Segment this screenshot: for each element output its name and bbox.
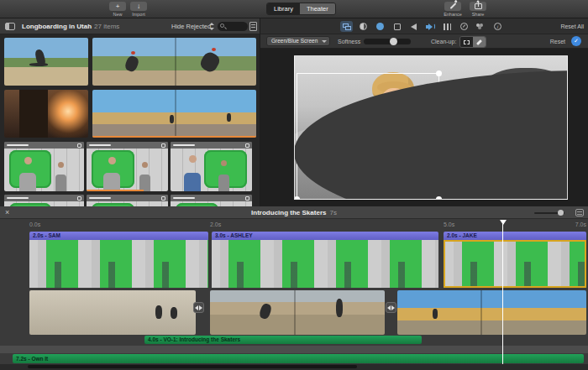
overlay-clip-filmstrip-jake-selected[interactable]	[444, 240, 586, 288]
marquee-icon[interactable]	[460, 37, 473, 47]
eraser-icon[interactable]	[473, 37, 486, 47]
selection-handle[interactable]	[436, 196, 442, 200]
new-button[interactable]: + New	[108, 2, 128, 17]
timeline-title: Introducing the Skaters7s	[0, 209, 588, 216]
softness-slider[interactable]	[364, 39, 411, 44]
search-field[interactable]	[218, 22, 248, 31]
softness-label: Softness	[338, 39, 360, 44]
clip-thumbnail[interactable]	[4, 38, 88, 86]
sidebar-toggle-icon[interactable]	[5, 23, 15, 30]
tab-theater[interactable]: Theater	[300, 3, 335, 14]
voiceover-clip[interactable]: 4.0s - VO-1: Introducing the Skaters	[144, 336, 422, 344]
primary-clip[interactable]	[29, 290, 196, 335]
clip-settings-icon[interactable]	[249, 22, 257, 31]
enhance-label: Enhance	[443, 12, 463, 17]
green-screen-thumbnail[interactable]	[4, 142, 84, 191]
green-screen-thumbnail[interactable]	[171, 195, 252, 206]
playhead-marker[interactable]	[500, 220, 507, 225]
keyword-badge-icon	[77, 143, 81, 148]
browser-header: Longboarding in Utah27 items Hide Reject…	[0, 18, 260, 34]
chroma-selection-rect[interactable]	[297, 73, 439, 200]
ruler-tick: 5.0s	[444, 221, 454, 227]
imovie-window: + New ↓ Import Library Theater Enhance S…	[0, 0, 588, 370]
video-frame[interactable]: JAKE	[294, 55, 568, 200]
primary-clip[interactable]	[397, 290, 586, 335]
overlay-glyph	[345, 26, 351, 30]
thumbnail-label	[4, 142, 84, 149]
import-arrow-icon: ↓	[130, 2, 147, 11]
primary-clip[interactable]	[210, 290, 385, 335]
timeline-zoom-knob[interactable]	[558, 210, 564, 216]
crop-glyph	[394, 23, 401, 30]
adjustments-bar: Reset All	[260, 18, 588, 34]
color-glyph	[376, 23, 384, 30]
noise-reduction-icon[interactable]	[441, 21, 454, 32]
share-label: Share	[468, 12, 488, 17]
search-icon	[220, 23, 224, 28]
clip-filter-icon[interactable]	[475, 21, 487, 32]
import-button[interactable]: ↓ Import	[129, 2, 149, 17]
dots-glyph	[476, 23, 480, 27]
gauge-glyph	[460, 23, 468, 30]
ruler-tick: 2.0s	[210, 221, 221, 227]
bars-glyph	[444, 23, 451, 30]
import-label: Import	[129, 12, 149, 17]
reset-checkbox[interactable]	[571, 36, 581, 46]
selection-handle[interactable]	[294, 70, 568, 200]
softness-knob[interactable]	[390, 38, 397, 45]
info-glyph	[494, 23, 501, 30]
share-icon	[470, 2, 486, 11]
overlay-clip-filmstrip-sam[interactable]	[29, 240, 208, 288]
clip-thumbnail[interactable]	[4, 90, 88, 138]
clip-thumbnail[interactable]	[92, 38, 256, 86]
green-screen-thumbnail[interactable]	[4, 195, 84, 206]
music-well-separator	[0, 346, 588, 353]
cleanup-label: Clean-up:	[431, 39, 456, 44]
volume-icon[interactable]	[424, 21, 437, 32]
timeline-scrollbar[interactable]	[28, 365, 357, 368]
color-balance-icon[interactable]	[357, 21, 370, 32]
timeline: × Introducing the Skaters7s 0.0s 2.0s 5.…	[0, 206, 588, 370]
viewer: JAKE	[260, 49, 588, 206]
view-switcher: Library Theater	[266, 3, 336, 15]
tab-library[interactable]: Library	[267, 3, 300, 14]
selection-handle[interactable]	[294, 196, 300, 200]
plus-icon: +	[109, 2, 126, 11]
overlay-clip-filmstrip-ashley[interactable]	[212, 240, 438, 288]
overlay-clip-label-jake[interactable]: 2.0s - JAKE	[444, 232, 586, 240]
reset-all-button[interactable]: Reset All	[560, 23, 584, 29]
crop-icon[interactable]	[391, 21, 403, 32]
video-overlay-settings-icon[interactable]	[340, 21, 353, 32]
filter-popup[interactable]: Hide Rejected	[171, 23, 211, 30]
trim-handles-icon[interactable]	[386, 302, 396, 313]
green-screen-thumbnail[interactable]	[87, 142, 168, 191]
stabilization-icon[interactable]	[407, 21, 420, 32]
chroma-mode-dropdown[interactable]: Green/Blue Screen	[266, 36, 330, 46]
speaker-glyph	[426, 23, 435, 30]
playhead-line[interactable]	[502, 223, 503, 364]
favorite-marker	[92, 136, 256, 138]
ruler-tick: 7.0s	[575, 221, 586, 227]
search-input[interactable]	[226, 22, 246, 31]
new-label: New	[108, 12, 128, 17]
share-button[interactable]: Share	[468, 2, 488, 17]
green-screen-thumbnail[interactable]	[171, 142, 252, 191]
clip-thumbnail[interactable]	[92, 90, 256, 138]
thumbnail-label	[87, 142, 168, 149]
reset-label: Reset	[550, 39, 565, 44]
balance-glyph	[360, 23, 367, 30]
overlay-clip-label-ashley[interactable]: 3.0s - ASHLEY	[212, 232, 438, 240]
selection-handle[interactable]	[436, 70, 442, 76]
trim-handles-icon[interactable]	[193, 302, 204, 313]
music-clip[interactable]: 7.2s - Own It	[13, 354, 584, 363]
ruler-tick: 0.0s	[29, 221, 40, 227]
speed-icon[interactable]	[458, 21, 470, 32]
item-count: 27 items	[94, 23, 119, 30]
overlay-clip-label-sam[interactable]: 2.0s - SAM	[29, 232, 208, 240]
color-correction-icon[interactable]	[374, 21, 386, 32]
enhance-button[interactable]: Enhance	[443, 2, 463, 17]
green-screen-thumbnail[interactable]	[87, 195, 168, 206]
timeline-settings-icon[interactable]	[575, 209, 584, 216]
keyword-badge-icon	[161, 143, 165, 148]
info-icon[interactable]	[491, 21, 504, 32]
